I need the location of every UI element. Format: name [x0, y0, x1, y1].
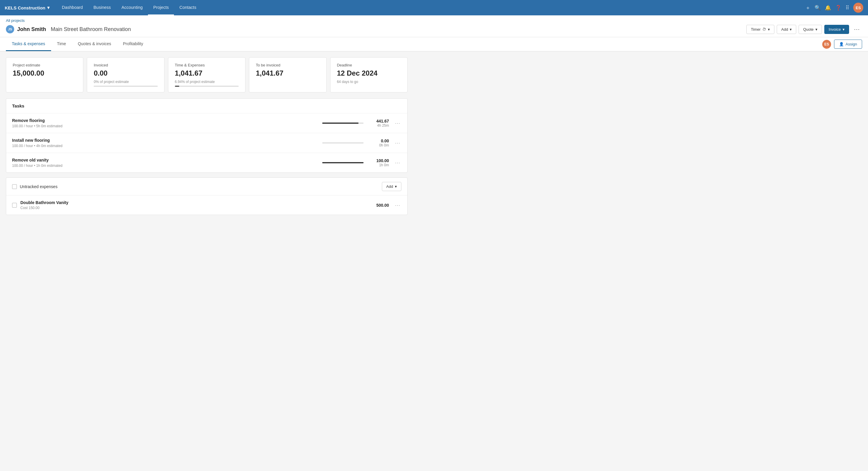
- expenses-add-button[interactable]: Add ▾: [382, 182, 401, 191]
- stat-project-estimate: Project estimate 15,000.00: [6, 57, 83, 92]
- tab-list: Tasks & expenses Time Quotes & invoices …: [6, 37, 149, 51]
- task-progress-fill-remove-flooring: [322, 123, 359, 124]
- task-name-install-flooring: Install new flooring: [12, 138, 322, 143]
- tasks-section: Tasks Remove flooring 100.00 / hour • 5h…: [6, 98, 408, 173]
- task-right-remove-vanity: 100.00 1h 0m ⋯: [322, 158, 401, 167]
- tab-quotes-invoices[interactable]: Quotes & invoices: [72, 37, 117, 51]
- task-progress-remove-vanity: [322, 162, 364, 163]
- user-avatar[interactable]: ES: [853, 3, 863, 13]
- task-right-remove-flooring: 441.67 4h 25m ⋯: [322, 119, 401, 128]
- clock-icon: ⏱: [762, 27, 766, 32]
- task-amount-install-flooring: 0.00: [368, 138, 389, 143]
- expenses-header: Untracked expenses Add ▾: [6, 178, 407, 195]
- stat-invoiced-label: Invoiced: [94, 63, 157, 67]
- task-values-remove-vanity: 100.00 1h 0m: [368, 158, 389, 167]
- task-values-remove-flooring: 441.67 4h 25m: [368, 119, 389, 128]
- add-chevron-icon: ▾: [790, 27, 792, 32]
- sub-tabs: Tasks & expenses Time Quotes & invoices …: [0, 37, 868, 52]
- task-more-remove-flooring[interactable]: ⋯: [394, 119, 401, 128]
- invoice-button[interactable]: Invoice ▾: [824, 25, 849, 34]
- search-icon[interactable]: 🔍: [814, 5, 821, 11]
- nav-accounting[interactable]: Accounting: [116, 0, 148, 15]
- top-navigation: KELS Construction ▾ Dashboard Business A…: [0, 0, 868, 15]
- task-name-remove-flooring: Remove flooring: [12, 118, 322, 123]
- task-more-install-flooring[interactable]: ⋯: [394, 138, 401, 147]
- task-info-install-flooring: Install new flooring 100.00 / hour • 4h …: [12, 138, 322, 148]
- task-meta-install-flooring: 100.00 / hour • 4h 0m estimated: [12, 144, 322, 148]
- tab-time[interactable]: Time: [51, 37, 72, 51]
- grid-icon[interactable]: ⠿: [845, 5, 849, 11]
- quote-button[interactable]: Quote ▾: [799, 25, 822, 34]
- stat-deadline-value: 12 Dec 2024: [337, 69, 401, 77]
- nav-contacts[interactable]: Contacts: [174, 0, 202, 15]
- expense-cost-vanity: Cost 150.00: [20, 206, 376, 210]
- stat-invoiced: Invoiced 0.00 0% of project estimate: [87, 57, 164, 92]
- expenses-add-chevron-icon: ▾: [395, 184, 397, 189]
- breadcrumb[interactable]: All projects: [6, 18, 862, 23]
- tab-profitability[interactable]: Profitability: [117, 37, 149, 51]
- quote-chevron-icon: ▾: [815, 27, 817, 32]
- expense-info-vanity: Double Bathroom Vanity Cost 150.00: [20, 200, 376, 210]
- expenses-select-all-checkbox[interactable]: [12, 184, 17, 189]
- project-title-row: JS John Smith Main Street Bathroom Renov…: [6, 25, 862, 37]
- tasks-section-header: Tasks: [6, 99, 407, 114]
- quote-label: Quote: [803, 27, 813, 32]
- company-name[interactable]: KELS Construction ▾: [5, 5, 50, 10]
- task-right-install-flooring: 0.00 0h 0m ⋯: [322, 138, 401, 147]
- stat-project-estimate-label: Project estimate: [13, 63, 76, 67]
- task-row: Remove flooring 100.00 / hour • 5h 0m es…: [6, 114, 407, 133]
- expense-checkbox-vanity: [12, 203, 17, 208]
- expense-row: Double Bathroom Vanity Cost 150.00 500.0…: [6, 195, 407, 215]
- task-name-remove-vanity: Remove old vanity: [12, 158, 322, 162]
- stat-time-expenses-label: Time & Expenses: [175, 63, 239, 67]
- stat-time-expenses: Time & Expenses 1,041.67 6.94% of projec…: [168, 57, 245, 92]
- add-button[interactable]: Add ▾: [777, 25, 796, 34]
- stat-time-expenses-progress-fill: [175, 86, 179, 87]
- nav-business[interactable]: Business: [88, 0, 116, 15]
- plus-icon[interactable]: ＋: [805, 4, 810, 11]
- timer-chevron-icon: ▾: [768, 27, 770, 32]
- add-label: Add: [781, 27, 788, 32]
- chevron-down-icon: ▾: [47, 5, 50, 10]
- main-content: Project estimate 15,000.00 Invoiced 0.00…: [0, 52, 413, 226]
- assign-label: Assign: [845, 42, 857, 46]
- expense-more-vanity[interactable]: ⋯: [394, 201, 401, 210]
- task-time-remove-vanity: 1h 0m: [368, 163, 389, 167]
- task-progress-fill-remove-vanity: [322, 162, 364, 163]
- stat-invoiced-progress: [94, 86, 157, 87]
- task-more-remove-vanity[interactable]: ⋯: [394, 158, 401, 167]
- task-time-remove-flooring: 4h 25m: [368, 123, 389, 128]
- task-values-install-flooring: 0.00 0h 0m: [368, 138, 389, 147]
- bell-icon[interactable]: 🔔: [825, 5, 831, 11]
- nav-projects[interactable]: Projects: [148, 0, 174, 15]
- task-info-remove-vanity: Remove old vanity 100.00 / hour • 1h 0m …: [12, 158, 322, 168]
- company-name-label: KELS Construction: [5, 5, 45, 10]
- stats-row: Project estimate 15,000.00 Invoiced 0.00…: [6, 57, 408, 92]
- expenses-add-label: Add: [386, 184, 393, 189]
- stat-deadline: Deadline 12 Dec 2024 64 days to go: [330, 57, 408, 92]
- help-icon[interactable]: ❓: [835, 5, 841, 11]
- tab-tasks-expenses[interactable]: Tasks & expenses: [6, 37, 51, 51]
- task-row: Remove old vanity 100.00 / hour • 1h 0m …: [6, 153, 407, 172]
- invoice-chevron-icon: ▾: [843, 27, 845, 32]
- stat-time-expenses-progress: [175, 86, 239, 87]
- assigned-user-avatar: ES: [822, 40, 831, 49]
- expense-name-vanity: Double Bathroom Vanity: [20, 200, 376, 205]
- task-meta-remove-vanity: 100.00 / hour • 1h 0m estimated: [12, 164, 322, 168]
- client-badge: JS: [6, 25, 14, 33]
- more-actions-button[interactable]: ⋯: [851, 25, 862, 34]
- nav-dashboard[interactable]: Dashboard: [57, 0, 88, 15]
- client-name: John Smith: [17, 26, 46, 32]
- expense-item-checkbox[interactable]: [12, 203, 17, 208]
- timer-button[interactable]: Timer ⏱ ▾: [746, 25, 774, 34]
- task-progress-install-flooring: [322, 142, 364, 144]
- stat-deadline-sub: 64 days to go: [337, 80, 401, 84]
- task-time-install-flooring: 0h 0m: [368, 143, 389, 147]
- stat-to-be-invoiced-label: To be invoiced: [256, 63, 319, 67]
- assign-button[interactable]: 👤 Assign: [834, 39, 862, 49]
- expenses-section: Untracked expenses Add ▾ Double Bathroom…: [6, 178, 408, 215]
- expenses-header-left: Untracked expenses: [12, 184, 58, 189]
- task-info-remove-flooring: Remove flooring 100.00 / hour • 5h 0m es…: [12, 118, 322, 128]
- project-name: Main Street Bathroom Renovation: [51, 26, 131, 32]
- task-amount-remove-flooring: 441.67: [368, 119, 389, 123]
